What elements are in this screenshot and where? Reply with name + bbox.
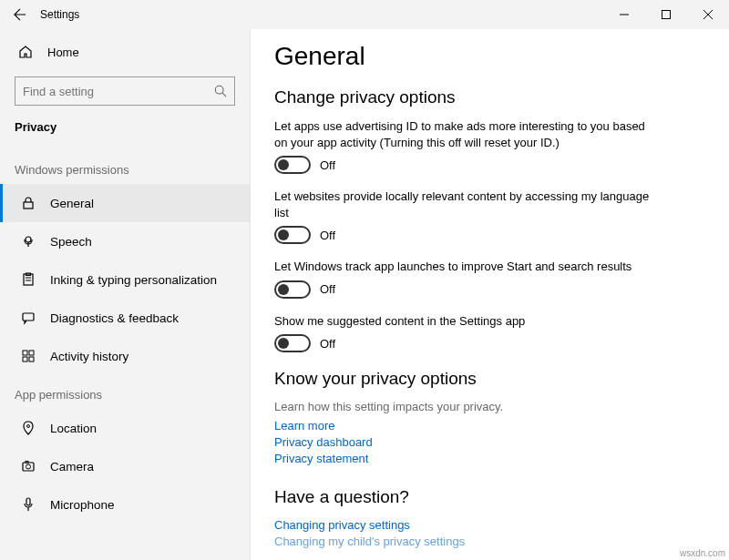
toggle-state: Off [320,158,335,172]
svg-rect-14 [29,357,34,361]
group-app-permissions: App permissions [0,375,250,409]
toggle-language-list[interactable] [274,226,311,244]
microphone-icon [17,497,39,512]
sidebar-item-speech[interactable]: Speech [0,222,250,260]
link-changing-privacy[interactable]: Changing privacy settings [274,518,705,532]
search-box[interactable] [15,76,235,106]
sidebar-item-location[interactable]: Location [0,409,250,447]
home-icon [15,45,36,59]
window-title: Settings [40,8,79,21]
sidebar: Home Privacy Windows permissions General [0,29,251,560]
svg-rect-13 [23,357,27,361]
option-track-launches: Let Windows track app launches to improv… [274,259,657,299]
option-advertising-id: Let apps use advertising ID to make ads … [274,118,657,174]
sidebar-item-label: Speech [50,235,92,249]
arrow-left-icon [14,8,26,21]
camera-icon [17,459,39,473]
link-privacy-dashboard[interactable]: Privacy dashboard [274,435,705,449]
location-icon [17,421,39,435]
link-learn-more[interactable]: Learn more [274,419,705,433]
svg-point-17 [26,464,31,469]
section-have-question: Have a question? [274,487,705,507]
toggle-track-launches[interactable] [274,280,311,299]
svg-rect-19 [26,498,30,505]
feedback-icon [17,311,39,325]
titlebar: Settings [0,0,729,29]
svg-point-15 [27,425,30,428]
section-change-privacy: Change privacy options [274,87,705,107]
sidebar-item-label: Camera [50,460,94,473]
sidebar-item-microphone[interactable]: Microphone [0,485,250,524]
svg-point-2 [215,86,223,94]
group-windows-permissions: Windows permissions [0,150,250,184]
svg-rect-11 [23,351,27,355]
section-know-privacy: Know your privacy options [274,369,705,389]
toggle-state: Off [320,337,335,351]
sidebar-item-label: Activity history [50,350,128,363]
breadcrumb: Privacy [0,111,250,150]
home-label: Home [47,46,79,59]
lock-icon [17,196,39,210]
toggle-advertising-id[interactable] [274,156,311,174]
speech-icon [17,234,39,249]
svg-rect-10 [23,313,34,321]
svg-line-3 [222,93,226,97]
home-nav[interactable]: Home [0,35,250,69]
svg-rect-1 [662,11,671,19]
minimize-icon [620,10,629,19]
sidebar-item-camera[interactable]: Camera [0,447,250,485]
close-icon [703,10,713,19]
content-area: General Change privacy options Let apps … [251,29,729,560]
sidebar-item-label: General [50,197,94,210]
option-text: Let apps use advertising ID to make ads … [274,118,657,150]
page-title: General [274,42,705,71]
option-text: Let websites provide locally relevant co… [274,188,657,220]
sidebar-item-label: Location [50,422,97,435]
svg-point-5 [26,237,31,242]
toggle-suggested-content[interactable] [274,334,311,352]
option-suggested-content: Show me suggested content in the Setting… [274,313,657,353]
maximize-button[interactable] [645,0,687,29]
option-text: Show me suggested content in the Setting… [274,313,657,330]
back-button[interactable] [7,2,33,27]
section-hint: Learn how this setting impacts your priv… [274,400,705,413]
history-icon [17,349,39,363]
toggle-state: Off [320,282,335,296]
option-language-list: Let websites provide locally relevant co… [274,188,657,244]
sidebar-item-label: Diagnostics & feedback [50,311,179,325]
sidebar-item-activity[interactable]: Activity history [0,337,250,375]
sidebar-item-general[interactable]: General [0,184,250,222]
sidebar-item-label: Microphone [50,498,115,512]
sidebar-item-inking[interactable]: Inking & typing personalization [0,260,250,299]
link-changing-child-privacy[interactable]: Changing my child's privacy settings [274,535,705,548]
svg-rect-16 [23,463,34,471]
sidebar-item-label: Inking & typing personalization [50,273,217,287]
svg-rect-4 [24,202,33,209]
minimize-button[interactable] [603,0,645,29]
clipboard-icon [17,272,39,287]
search-input[interactable] [23,85,214,98]
sidebar-item-diagnostics[interactable]: Diagnostics & feedback [0,299,250,337]
toggle-state: Off [320,229,335,242]
link-privacy-statement[interactable]: Privacy statement [274,452,705,465]
option-text: Let Windows track app launches to improv… [274,259,657,275]
svg-rect-12 [29,351,34,355]
watermark: wsxdn.com [680,548,725,558]
search-icon [214,85,227,97]
close-button[interactable] [687,0,729,29]
maximize-icon [662,10,671,19]
